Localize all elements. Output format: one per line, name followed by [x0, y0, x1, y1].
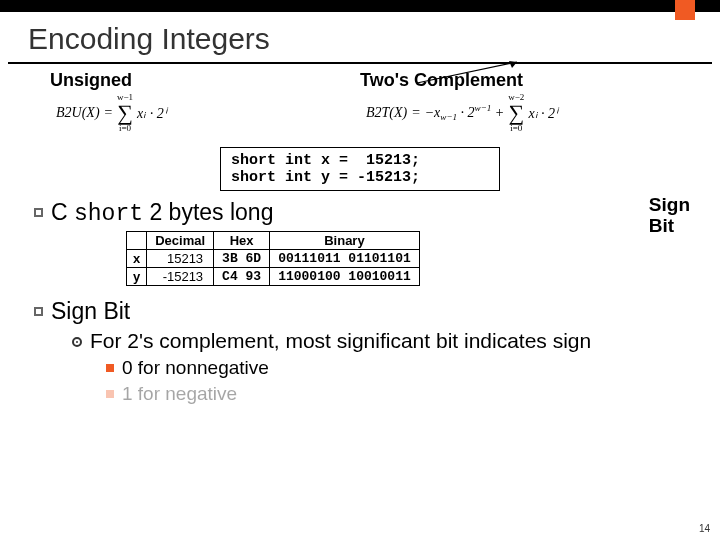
th-blank: [127, 232, 147, 250]
b2u-fn: B2U(X): [56, 105, 100, 121]
row-hdr: x: [127, 250, 147, 268]
cell-hex: C4 93: [214, 268, 270, 286]
sign-bit-callout: Sign Bit: [649, 195, 690, 237]
b2t-fn: B2T(X): [366, 105, 407, 121]
table-row: x 15213 3B 6D 00111011 01101101: [127, 250, 420, 268]
top-bar: [0, 0, 720, 12]
unsigned-body: xᵢ · 2ⁱ: [137, 105, 167, 122]
page-number: 14: [699, 523, 710, 534]
cell-dec: -15213: [147, 268, 214, 286]
cell-hex: 3B 6D: [214, 250, 270, 268]
code-box: short int x = 15213; short int y = -1521…: [220, 147, 500, 191]
slide-title: Encoding Integers: [8, 12, 712, 64]
sub-bullet-text: For 2's complement, most significant bit…: [90, 329, 591, 353]
unsigned-heading: Unsigned: [50, 70, 360, 91]
square-bullet-icon: [34, 307, 43, 316]
twos-body: xᵢ · 2ⁱ: [528, 105, 558, 122]
eq: =: [104, 105, 113, 121]
orange-square-icon: [106, 364, 114, 372]
sigma-icon: ∑: [508, 102, 524, 124]
bullet-sign-bit: Sign Bit: [34, 298, 702, 325]
table-header-row: Decimal Hex Binary: [127, 232, 420, 250]
sum-lower: i=0: [119, 124, 131, 133]
twos-formula: B2T(X) = −xw−1 · 2w−1 + w−2 ∑ i=0 xᵢ · 2…: [360, 93, 670, 133]
th-hex: Hex: [214, 232, 270, 250]
value-table: Decimal Hex Binary x 15213 3B 6D 0011101…: [126, 231, 702, 286]
eq: =: [411, 105, 420, 121]
sub-bullet-for: For 2's complement, most significant bit…: [72, 329, 702, 353]
accent-square: [675, 0, 695, 20]
square-bullet-icon: [34, 208, 43, 217]
th-decimal: Decimal: [147, 232, 214, 250]
bullets: C short 2 bytes long Decimal Hex Binary …: [0, 197, 720, 405]
th-binary: Binary: [270, 232, 420, 250]
svg-line-0: [417, 62, 517, 83]
data-table: Decimal Hex Binary x 15213 3B 6D 0011101…: [126, 231, 420, 286]
sum-lower: i=0: [510, 124, 522, 133]
row-hdr: y: [127, 268, 147, 286]
table-row: y -15213 C4 93 11000100 10010011: [127, 268, 420, 286]
bullet-c-short-text: C short 2 bytes long: [51, 199, 273, 227]
arrow-icon: [412, 58, 532, 88]
subsub-0: 0 for nonnegative: [106, 357, 702, 379]
subsub-1: 1 for negative: [106, 383, 702, 405]
sigma-icon: ∑: [117, 102, 133, 124]
formula-row: Unsigned B2U(X) = w−1 ∑ i=0 xᵢ · 2ⁱ Two'…: [50, 70, 670, 133]
cell-dec: 15213: [147, 250, 214, 268]
twos-lead: −xw−1 · 2w−1 +: [425, 103, 505, 122]
sum-sigma: w−1 ∑ i=0: [117, 93, 133, 133]
dot-bullet-icon: [72, 337, 82, 347]
sum-sigma: w−2 ∑ i=0: [508, 93, 524, 133]
unsigned-col: Unsigned B2U(X) = w−1 ∑ i=0 xᵢ · 2ⁱ: [50, 70, 360, 133]
orange-square-icon: [106, 390, 114, 398]
cell-bin: 11000100 10010011: [270, 268, 420, 286]
bullet-c-short: C short 2 bytes long: [34, 199, 702, 227]
cell-bin: 00111011 01101101: [270, 250, 420, 268]
subsub-0-text: 0 for nonnegative: [122, 357, 269, 379]
subsub-1-text: 1 for negative: [122, 383, 237, 405]
svg-marker-1: [509, 61, 517, 68]
bullet-sign-bit-text: Sign Bit: [51, 298, 130, 325]
unsigned-formula: B2U(X) = w−1 ∑ i=0 xᵢ · 2ⁱ: [50, 93, 360, 133]
